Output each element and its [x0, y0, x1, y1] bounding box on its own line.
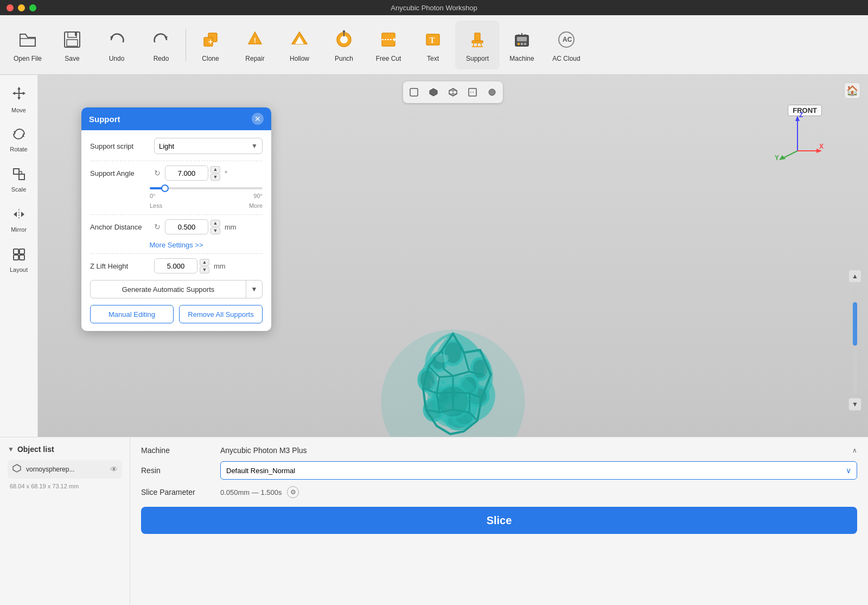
- toolbar-open-file[interactable]: Open File: [5, 21, 50, 69]
- z-lift-height-input[interactable]: [154, 258, 197, 273]
- home-button[interactable]: 🏠: [844, 82, 860, 99]
- action-buttons: Manual Editing Remove All Supports: [90, 305, 263, 323]
- vp-crop-tool[interactable]: [464, 84, 481, 101]
- generate-supports-button[interactable]: Generate Automatic Supports: [90, 280, 246, 298]
- sidebar-item-move[interactable]: Move: [3, 80, 35, 118]
- redo-icon: [149, 28, 173, 52]
- scale-icon: [11, 167, 27, 184]
- support-angle-row: Support Angle ↻ ▲ ▼ °: [90, 165, 263, 181]
- anchor-distance-down[interactable]: ▼: [210, 227, 220, 234]
- toolbar-ac-cloud[interactable]: AC AC Cloud: [544, 21, 589, 69]
- vp-solid-tool[interactable]: [425, 84, 442, 101]
- maximize-button[interactable]: [29, 4, 36, 11]
- toolbar-free-cut[interactable]: Free Cut: [366, 21, 411, 69]
- support-script-label: Support script: [90, 142, 150, 150]
- slice-param-settings-icon[interactable]: ⚙: [287, 486, 299, 498]
- z-lift-height-up[interactable]: ▲: [200, 259, 209, 266]
- minimize-button[interactable]: [18, 4, 25, 11]
- object-list-panel: ▼ Object list vornoyspherep... 👁 68.04 x…: [0, 437, 130, 605]
- slice-button[interactable]: Slice: [141, 507, 857, 534]
- vp-sphere-tool[interactable]: [483, 84, 501, 101]
- support-angle-spinners: ▲ ▼: [210, 166, 220, 181]
- svg-rect-29: [518, 43, 520, 45]
- divider-2: [90, 214, 263, 215]
- support-angle-slider-row: [90, 187, 263, 189]
- svg-rect-30: [521, 43, 523, 45]
- object-list-chevron-icon: ▼: [8, 445, 14, 453]
- support-angle-slider-thumb[interactable]: [161, 184, 169, 192]
- toolbar-text[interactable]: T Text: [411, 21, 455, 69]
- support-panel-close[interactable]: ✕: [252, 113, 264, 125]
- support-script-dropdown[interactable]: Light ▼: [154, 138, 263, 154]
- support-angle-refresh-icon[interactable]: ↻: [154, 169, 161, 177]
- toolbar-save[interactable]: Save: [50, 21, 94, 69]
- z-lift-height-down[interactable]: ▼: [200, 266, 209, 273]
- generate-supports-arrow[interactable]: ▼: [246, 280, 263, 298]
- support-angle-label: Support Angle: [90, 169, 150, 177]
- sidebar-item-mirror[interactable]: Mirror: [3, 201, 35, 239]
- svg-marker-39: [17, 87, 21, 90]
- toolbar-support[interactable]: Support: [455, 21, 500, 69]
- svg-marker-50: [14, 212, 17, 217]
- sidebar-item-scale[interactable]: Scale: [3, 161, 35, 199]
- svg-marker-41: [12, 92, 15, 95]
- save-icon: [60, 28, 84, 52]
- open-file-icon: [16, 28, 40, 52]
- toolbar-punch[interactable]: Punch: [322, 21, 366, 69]
- svg-text:!: !: [254, 37, 256, 44]
- remove-all-supports-button[interactable]: Remove All Supports: [179, 305, 263, 323]
- machine-chevron-icon[interactable]: ∧: [852, 447, 857, 454]
- vp-select-tool[interactable]: [405, 84, 423, 101]
- object-list-item[interactable]: vornoyspherep... 👁: [8, 460, 122, 479]
- toolbar-machine[interactable]: Machine: [500, 21, 544, 69]
- toolbar-undo[interactable]: Undo: [94, 21, 139, 69]
- svg-line-25: [481, 43, 482, 47]
- machine-label: Machine: [141, 446, 212, 455]
- svg-text:T: T: [430, 36, 435, 44]
- support-angle-slider-track[interactable]: [150, 187, 263, 189]
- scroll-down-btn[interactable]: ▼: [848, 398, 861, 411]
- move-label: Move: [11, 107, 26, 113]
- scroll-thumb[interactable]: [853, 302, 857, 346]
- ac-cloud-icon: AC: [554, 28, 578, 52]
- toolbar-repair[interactable]: ! Repair: [233, 21, 277, 69]
- anchor-distance-up[interactable]: ▲: [210, 220, 220, 227]
- machine-label: Machine: [509, 55, 534, 62]
- svg-marker-51: [21, 212, 24, 217]
- toolbar-sep-1: [186, 29, 186, 61]
- svg-line-23: [473, 43, 474, 47]
- support-angle-up[interactable]: ▲: [210, 166, 220, 173]
- anchor-distance-input[interactable]: [165, 219, 208, 234]
- sidebar-item-rotate[interactable]: Rotate: [3, 120, 35, 158]
- anchor-distance-refresh-icon[interactable]: ↻: [154, 222, 161, 231]
- resin-dropdown[interactable]: Default Resin_Normal ∨: [220, 461, 857, 480]
- svg-point-13: [340, 36, 348, 43]
- support-angle-input[interactable]: [165, 165, 208, 181]
- machine-row: Machine Anycubic Photon M3 Plus ∧: [141, 446, 857, 455]
- object-item-name: vornoyspherep...: [26, 466, 106, 473]
- toolbar-redo[interactable]: Redo: [139, 21, 183, 69]
- z-lift-height-unit: mm: [214, 262, 226, 270]
- object-list-header[interactable]: ▼ Object list: [8, 445, 122, 454]
- viewport-toolbar: [403, 81, 503, 103]
- vp-wireframe-tool[interactable]: [444, 84, 462, 101]
- svg-text:X: X: [819, 143, 824, 150]
- support-icon: [465, 28, 489, 52]
- manual-editing-button[interactable]: Manual Editing: [90, 305, 174, 323]
- object-visibility-icon[interactable]: 👁: [110, 465, 118, 474]
- free-cut-label: Free Cut: [376, 55, 401, 62]
- support-angle-down[interactable]: ▼: [210, 174, 220, 181]
- svg-rect-28: [517, 37, 527, 41]
- svg-marker-40: [17, 97, 21, 100]
- z-lift-height-row: Z Lift Height ▲ ▼ mm: [90, 258, 263, 273]
- svg-rect-21: [475, 33, 480, 41]
- move-icon: [11, 86, 27, 105]
- more-settings-link[interactable]: More Settings >>: [90, 241, 263, 249]
- sidebar-item-layout[interactable]: Layout: [3, 241, 35, 279]
- toolbar-clone[interactable]: Clone: [188, 21, 233, 69]
- close-button[interactable]: [7, 4, 14, 11]
- scroll-up-btn[interactable]: ▲: [848, 270, 861, 283]
- toolbar-hollow[interactable]: Hollow: [277, 21, 322, 69]
- resin-chevron-icon: ∨: [846, 466, 851, 475]
- slider-more-label: More: [249, 202, 263, 209]
